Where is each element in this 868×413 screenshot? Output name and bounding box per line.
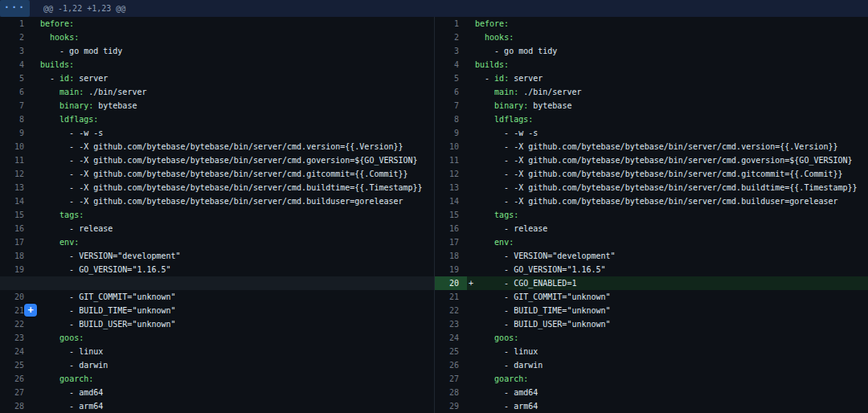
line-number[interactable]: 6 [0,85,32,99]
line-number[interactable]: 18 [435,249,467,263]
diff-line-new: 10 - -X github.com/bytebase/bytebase/bin… [435,140,868,153]
add-line-comment-button[interactable]: + [24,304,37,317]
line-number[interactable]: 14 [435,194,467,208]
line-number[interactable]: 29 [435,399,467,413]
line-number[interactable]: 17 [0,235,32,249]
diff-line-old: 4builds: [0,58,434,72]
code-cell: + - CGO_ENABLED=1 [467,276,868,290]
line-number[interactable]: 11 [0,153,32,167]
line-number[interactable]: 1 [435,17,467,31]
line-number[interactable]: 8 [0,112,32,126]
diff-line-old: 9 - -w -s [0,126,434,140]
line-number[interactable]: 20 [435,276,467,290]
code-cell: hooks: [467,31,868,44]
line-number[interactable]: 26 [435,358,467,372]
diff-line-old: 13 - -X github.com/bytebase/bytebase/bin… [0,181,434,194]
line-number[interactable]: 27 [0,386,32,399]
line-number[interactable]: 3 [0,44,32,58]
line-number[interactable]: 8 [435,112,467,126]
diff-line-new: 23 - BUILD_USER="unknown" [435,317,868,331]
code-cell: goarch: [467,372,868,386]
line-number[interactable]: 10 [435,140,467,153]
line-number[interactable]: 22 [435,304,467,317]
code-cell: - -w -s [467,126,868,140]
split-diff-panes: 1before:2 hooks:3 - go mod tidy4builds:5… [0,17,868,413]
line-number[interactable]: 18 [0,249,32,263]
line-number[interactable]: 24 [435,331,467,345]
line-number[interactable]: 14 [0,194,32,208]
line-number[interactable]: 5 [435,72,467,85]
line-number[interactable]: 19 [435,263,467,276]
plus-icon: + [27,305,33,316]
code-cell: main: ./bin/server [467,85,868,99]
code-cell: tags: [467,208,868,222]
expand-hunk-button[interactable]: ··· [0,0,30,17]
diff-line-new: 13 - -X github.com/bytebase/bytebase/bin… [435,181,868,194]
line-number[interactable]: 17 [435,235,467,249]
code-cell: - -X github.com/bytebase/bytebase/bin/se… [467,194,868,208]
line-number[interactable]: 13 [435,181,467,194]
added-line-marker: + [469,276,473,290]
diff-line-old: 15 tags: [0,208,434,222]
line-number[interactable]: 24 [0,345,32,358]
line-number[interactable]: 2 [0,31,32,44]
line-number[interactable]: 20 [0,290,32,304]
code-cell: - -X github.com/bytebase/bytebase/bin/se… [467,181,868,194]
line-number[interactable]: 12 [435,167,467,181]
line-number[interactable]: 25 [435,345,467,358]
line-number[interactable]: 15 [435,208,467,222]
line-number[interactable]: 26 [0,372,32,386]
line-number[interactable]: 11 [435,153,467,167]
diff-line-old: 26 goarch: [0,372,434,386]
line-number[interactable]: 28 [435,386,467,399]
diff-line-old: 7 binary: bytebase [0,99,434,112]
line-number[interactable]: 23 [435,317,467,331]
line-number[interactable]: 5 [0,72,32,85]
line-number[interactable]: 23 [0,331,32,345]
line-number[interactable]: 22 [0,317,32,331]
diff-line-new: 6 main: ./bin/server [435,85,868,99]
line-number[interactable]: 19 [0,263,32,276]
line-number[interactable]: 16 [435,222,467,235]
line-number[interactable]: 15 [0,208,32,222]
code-cell: - id: server [32,72,434,85]
code-cell: - VERSION="development" [467,249,868,263]
line-number[interactable]: 7 [435,99,467,112]
code-cell: before: [467,17,868,31]
yaml-key: env: [494,238,514,247]
line-number[interactable]: 9 [0,126,32,140]
line-number[interactable]: 1 [0,17,32,31]
code-cell: - release [467,222,868,235]
code-cell: env: [467,235,868,249]
line-number[interactable]: 21 [435,290,467,304]
line-number[interactable]: 10 [0,140,32,153]
line-number[interactable]: 7 [0,99,32,112]
diff-line-old: 10 - -X github.com/bytebase/bytebase/bin… [0,140,434,153]
diff-line-new: 1before: [435,17,868,31]
line-number[interactable]: 27 [435,372,467,386]
code-cell: binary: bytebase [467,99,868,112]
hunk-header-row: ··· @@ -1,22 +1,23 @@ [0,0,868,17]
diff-line-new: 14 - -X github.com/bytebase/bytebase/bin… [435,194,868,208]
line-number[interactable]: 25 [0,358,32,372]
line-number[interactable]: 12 [0,167,32,181]
diff-line-old: 12 - -X github.com/bytebase/bytebase/bin… [0,167,434,181]
diff-line-new: 4builds: [435,58,868,72]
yaml-key: hooks: [485,33,514,42]
line-number[interactable]: 6 [435,85,467,99]
diff-line-old: 18 - VERSION="development" [0,249,434,263]
line-number[interactable]: 13 [0,181,32,194]
code-cell: goos: [32,331,434,345]
line-number[interactable]: 4 [435,58,467,72]
yaml-key: before: [40,19,74,28]
line-number[interactable]: 2 [435,31,467,44]
code-cell: - -w -s [32,126,434,140]
line-number[interactable]: 3 [435,44,467,58]
line-number[interactable]: 9 [435,126,467,140]
line-number[interactable]: 4 [0,58,32,72]
diff-line-old: 17 env: [0,235,434,249]
line-number[interactable]: 28 [0,399,32,413]
hunk-header-text: @@ -1,22 +1,23 @@ [30,0,125,17]
line-number[interactable]: 16 [0,222,32,235]
code-cell: - amd64 [32,386,434,399]
